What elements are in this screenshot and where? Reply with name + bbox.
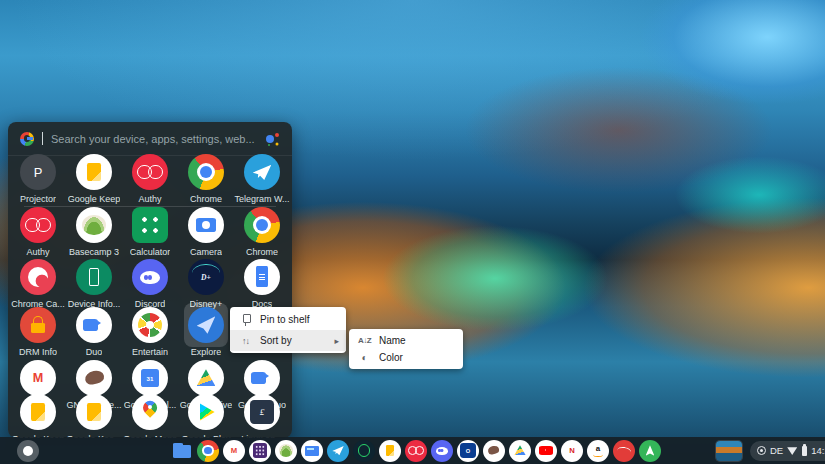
- google-play-icon: [188, 394, 224, 430]
- shelf-gimp-icon[interactable]: [483, 440, 505, 462]
- app-explore-selected[interactable]: Explore: [178, 303, 234, 357]
- shelf: DE 14:20: [0, 437, 825, 464]
- shelf-telegram-icon[interactable]: [327, 440, 349, 462]
- discord-icon: [132, 259, 168, 295]
- authy-icon: [20, 207, 56, 243]
- shelf-files-icon[interactable]: [171, 440, 193, 462]
- device-info-icon: [76, 259, 112, 295]
- color-wheel-icon: [358, 352, 371, 363]
- submenu-item-color[interactable]: Color: [349, 349, 463, 366]
- app-chrome-canvas[interactable]: Chrome Ca...: [10, 255, 66, 309]
- shelf-google-keep-icon[interactable]: [379, 440, 401, 462]
- app-duo[interactable]: Duo: [66, 303, 122, 357]
- drm-info-icon: [20, 307, 56, 343]
- context-menu: Pin to shelf Sort by: [230, 307, 346, 353]
- shelf-google-drive-icon[interactable]: [509, 440, 531, 462]
- app-grid-row: Chrome Ca... Device Info... Discord Disn…: [10, 255, 290, 309]
- tote-screenshot-thumbnail[interactable]: [716, 441, 742, 461]
- google-keep-icon: [20, 394, 56, 430]
- sort-arrows-icon: [239, 336, 252, 346]
- app-google-keep-2[interactable]: Google Kee...: [66, 390, 122, 438]
- battery-icon: [802, 446, 807, 456]
- app-authy[interactable]: Authy: [122, 150, 178, 204]
- app-disney-plus[interactable]: Disney+: [178, 255, 234, 309]
- wifi-icon: [787, 446, 797, 455]
- chrome-canvas-icon: [20, 259, 56, 295]
- app-drm-info[interactable]: DRM Info: [10, 303, 66, 357]
- app-chrome[interactable]: Chrome: [178, 150, 234, 204]
- app-device-info[interactable]: Device Info...: [66, 255, 122, 309]
- app-chrome[interactable]: Chrome: [234, 203, 290, 257]
- shelf-basecamp-icon[interactable]: [275, 440, 297, 462]
- system-tray[interactable]: DE 14:20: [750, 441, 825, 461]
- keyboard-layout-badge: DE: [770, 445, 783, 456]
- app-telegram[interactable]: Telegram W...: [234, 150, 290, 204]
- shelf-chrome-icon[interactable]: [197, 440, 219, 462]
- google-assistant-icon[interactable]: [264, 131, 280, 147]
- submenu-chevron-icon: [334, 336, 339, 346]
- app-launcher-panel: Projector Google Keep Authy Chrome Teleg…: [8, 122, 292, 438]
- chrome-icon: [188, 154, 224, 190]
- basecamp-icon: [76, 207, 112, 243]
- app-authy[interactable]: Authy: [10, 203, 66, 257]
- menu-item-label: Pin to shelf: [260, 314, 309, 325]
- app-google-keep[interactable]: Google Keep: [66, 150, 122, 204]
- pin-icon: [241, 313, 251, 326]
- shelf-gmail-icon[interactable]: [223, 440, 245, 462]
- shelf-app-grid-icon[interactable]: [249, 440, 271, 462]
- shelf-netflix-icon[interactable]: [561, 440, 583, 462]
- menu-item-label: Sort by: [260, 335, 292, 346]
- camera-icon: [188, 207, 224, 243]
- calculator-icon: [132, 207, 168, 243]
- duo-icon: [76, 307, 112, 343]
- google-keep-icon: [76, 394, 112, 430]
- shelf-youtube-icon[interactable]: [535, 440, 557, 462]
- app-grid-row: Google Keep Google Kee... Google Maps Go…: [10, 390, 290, 438]
- shelf-wave-app-icon[interactable]: [613, 440, 635, 462]
- app-google-maps[interactable]: Google Maps: [122, 390, 178, 438]
- shelf-google-news-icon[interactable]: [301, 440, 323, 462]
- google-maps-icon: [132, 394, 168, 430]
- app-docs[interactable]: Docs: [234, 255, 290, 309]
- app-projector[interactable]: Projector: [10, 150, 66, 204]
- recent-apps-row: Projector Google Keep Authy Chrome Teleg…: [10, 150, 290, 204]
- menu-item-sort-by[interactable]: Sort by: [230, 330, 346, 351]
- chrome-icon: [244, 207, 280, 243]
- text-caret: [42, 132, 43, 145]
- shelf-app-list: [171, 440, 661, 462]
- app-entertain[interactable]: Entertain: [122, 303, 178, 357]
- launcher-button[interactable]: [17, 440, 39, 462]
- app-basecamp[interactable]: Basecamp 3: [66, 203, 122, 257]
- shelf-discord-icon[interactable]: [431, 440, 453, 462]
- google-keep-icon: [76, 154, 112, 190]
- submenu-item-name[interactable]: Name: [349, 332, 463, 349]
- sort-alpha-icon: [358, 336, 371, 345]
- shelf-navigation-app-icon[interactable]: [639, 440, 661, 462]
- app-grid-row: Authy Basecamp 3 Calculator Camera Chrom…: [10, 203, 290, 257]
- app-discord[interactable]: Discord: [122, 255, 178, 309]
- projector-icon: [20, 154, 56, 190]
- entertain-icon: [132, 307, 168, 343]
- telegram-icon: [244, 154, 280, 190]
- shelf-o-app-icon[interactable]: [457, 440, 479, 462]
- google-docs-icon: [244, 259, 280, 295]
- sort-by-submenu: Name Color: [349, 329, 463, 369]
- app-google-keep[interactable]: Google Keep: [10, 390, 66, 438]
- disney-plus-icon: [188, 259, 224, 295]
- shelf-whatsapp-icon[interactable]: [353, 440, 375, 462]
- chromeos-desktop: Projector Google Keep Authy Chrome Teleg…: [0, 0, 825, 464]
- app-camera[interactable]: Camera: [178, 203, 234, 257]
- linux-app-icon: [244, 394, 280, 430]
- capture-indicator-icon: [757, 446, 766, 455]
- app-calculator[interactable]: Calculator: [122, 203, 178, 257]
- shelf-authy-icon[interactable]: [405, 440, 427, 462]
- app-linux[interactable]: Linux ap...: [234, 390, 290, 438]
- clock: 14:20: [811, 445, 825, 456]
- shelf-amazon-icon[interactable]: [587, 440, 609, 462]
- app-google-play[interactable]: Google Play: [178, 390, 234, 438]
- google-g-icon: [20, 132, 34, 146]
- search-input[interactable]: [51, 133, 256, 145]
- explore-icon: [188, 307, 224, 343]
- menu-item-label: Name: [379, 335, 406, 346]
- menu-item-pin-to-shelf[interactable]: Pin to shelf: [230, 309, 346, 330]
